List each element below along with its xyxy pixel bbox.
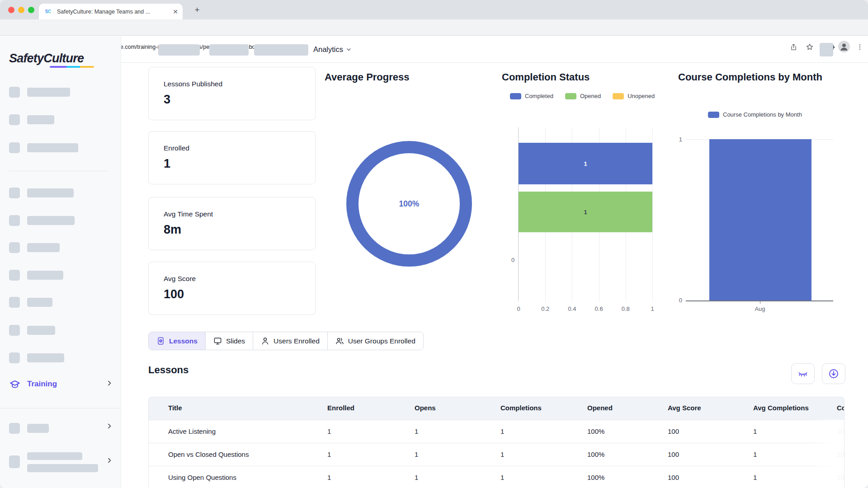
safetyculture-favicon: SC (45, 8, 53, 15)
nav-skeleton-label (27, 188, 74, 197)
y-axis-tick: 0 (672, 297, 682, 304)
column-header-title: Title (168, 404, 182, 412)
stat-label: Avg Score (164, 275, 196, 283)
lesson-icon (156, 337, 165, 345)
chevron-down-icon (346, 47, 352, 52)
legend-item-unopened[interactable]: Unopened (613, 93, 655, 99)
nav-skeleton-icon (9, 142, 20, 153)
cell-opens: 1 (415, 427, 418, 435)
legend-label: Unopened (627, 93, 655, 99)
nav-skeleton-label (27, 271, 63, 280)
average-progress-donut: 100% (346, 141, 472, 267)
app-sidebar: SafetyCulture Training (0, 36, 121, 488)
monthly-legend: Course Completions by Month (708, 111, 802, 118)
cell-opens: 1 (415, 450, 418, 458)
x-axis-tick: 0.6 (595, 305, 603, 312)
y-axis-tick: 0 (511, 257, 514, 263)
x-axis-label: Aug (755, 305, 765, 312)
section-title: Lessons (148, 364, 189, 376)
tab-lessons[interactable]: Lessons (149, 332, 205, 350)
hide-columns-button[interactable] (791, 363, 815, 384)
table-row[interactable]: Active Listening 1 1 1 100% 100 1 10 (149, 420, 844, 443)
bar-value-label: 1 (584, 160, 587, 167)
cell-avg-completions: 1 (753, 450, 757, 458)
nav-skeleton-icon (9, 270, 20, 281)
cell-avg-score: 100 (668, 450, 679, 458)
nav-skeleton-label (27, 464, 98, 472)
stat-value: 1 (164, 157, 170, 171)
chevron-right-icon (106, 422, 113, 432)
cell-clipped: 10 (837, 474, 844, 481)
column-header-opened: Opened (587, 404, 613, 412)
tab-label: User Groups Enrolled (348, 337, 415, 345)
nav-skeleton-icon (9, 423, 20, 434)
cell-title[interactable]: Using Open Questions (168, 474, 236, 481)
cell-avg-score: 100 (668, 474, 679, 481)
sidebar-item-training[interactable]: Training (0, 378, 121, 392)
nav-skeleton-icon (9, 297, 20, 308)
nav-skeleton-icon (9, 87, 20, 98)
stat-label: Lessons Published (164, 80, 222, 88)
legend-item-completed[interactable]: Completed (510, 93, 553, 99)
nav-skeleton-label (27, 353, 64, 362)
share-icon[interactable] (790, 43, 797, 51)
chevron-right-icon (106, 457, 113, 466)
nav-skeleton-label (27, 115, 54, 124)
header-skeleton-square[interactable] (820, 43, 833, 56)
tab-user-groups-enrolled[interactable]: User Groups Enrolled (327, 332, 423, 350)
sidebar-divider (0, 408, 121, 408)
cell-avg-completions: 1 (753, 474, 757, 481)
nav-skeleton-icon (9, 455, 20, 468)
maximize-window-button[interactable] (28, 7, 34, 13)
cell-completions: 1 (500, 427, 504, 435)
stat-label: Enrolled (164, 144, 189, 152)
monthly-chart-title: Course Completions by Month (678, 68, 832, 86)
tab-users-enrolled[interactable]: Users Enrolled (253, 332, 327, 350)
minimize-window-button[interactable] (18, 7, 24, 13)
analytics-label: Analytics (313, 45, 343, 54)
stat-value: 3 (164, 93, 170, 107)
tab-title: SafetyCulture: Manage Teams and ... (57, 9, 170, 15)
browser-tab[interactable]: SC SafetyCulture: Manage Teams and ... ✕ (39, 4, 183, 19)
nav-skeleton-label (27, 424, 49, 433)
column-header-clipped: Co (837, 404, 844, 412)
cell-clipped: 10 (837, 450, 844, 458)
cell-title[interactable]: Active Listening (168, 427, 216, 435)
browser-tab-strip: SC SafetyCulture: Manage Teams and ... ✕… (0, 0, 868, 19)
nav-skeleton-icon (9, 325, 20, 336)
tab-close-icon[interactable]: ✕ (173, 8, 178, 15)
legend-item-opened[interactable]: Opened (565, 93, 601, 99)
completion-legend: Completed Opened Unopened (510, 93, 655, 99)
header-skeleton-block (254, 44, 308, 56)
column-header-avg-completions: Avg Completions (753, 404, 809, 412)
analytics-dropdown[interactable]: Analytics (313, 45, 352, 54)
logo-gradient-bar (50, 66, 94, 68)
stat-label: Avg Time Spent (164, 210, 213, 218)
cell-completions: 1 (500, 450, 504, 458)
nav-skeleton-icon (9, 352, 20, 363)
browser-menu-icon[interactable] (854, 41, 866, 53)
tab-label: Lessons (169, 337, 198, 345)
sidebar-divider (9, 171, 108, 171)
cell-opened: 100% (587, 427, 604, 435)
graduation-cap-icon (9, 379, 21, 392)
new-tab-button[interactable]: + (192, 5, 203, 15)
x-axis-line (686, 300, 833, 301)
table-row[interactable]: Open vs Closed Questions 1 1 1 100% 100 … (149, 443, 844, 466)
stat-card-lessons-published: Lessons Published 3 (148, 67, 316, 120)
lessons-table: Title Enrolled Opens Completions Opened … (148, 397, 844, 488)
bar-opened: 1 (519, 192, 652, 232)
close-window-button[interactable] (8, 7, 14, 13)
download-icon (828, 368, 839, 379)
download-button[interactable] (822, 363, 845, 384)
cell-opened: 100% (587, 450, 604, 458)
table-row[interactable]: Using Open Questions 1 1 1 100% 100 1 10 (149, 466, 844, 488)
profile-avatar[interactable] (838, 41, 850, 52)
bookmark-star-icon[interactable] (806, 43, 814, 51)
cell-title[interactable]: Open vs Closed Questions (168, 450, 249, 458)
safetyculture-logo: SafetyCulture (9, 52, 84, 66)
tab-slides[interactable]: Slides (205, 332, 253, 350)
nav-skeleton-label (27, 326, 55, 335)
legend-item-monthly[interactable]: Course Completions by Month (708, 111, 802, 118)
nav-skeleton-icon (9, 215, 20, 226)
